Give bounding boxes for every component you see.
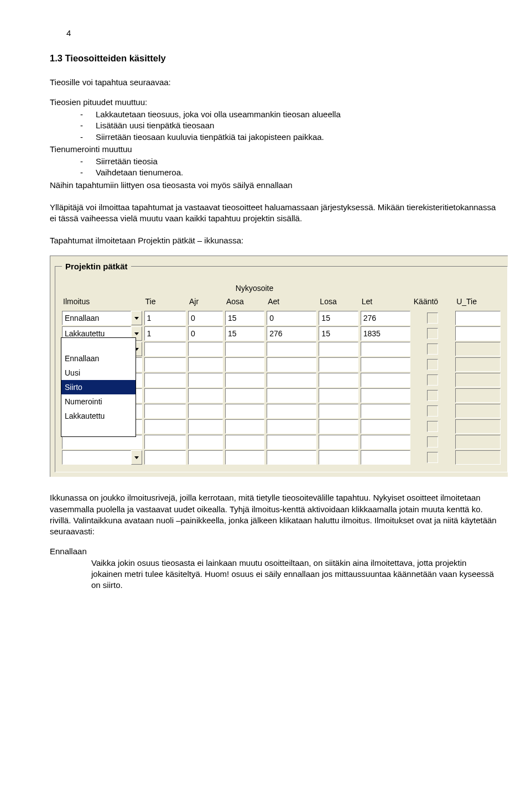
ilmoitus-input[interactable]: [62, 435, 142, 449]
let-input[interactable]: [361, 326, 410, 341]
aosa-input[interactable]: [225, 357, 264, 372]
kaanto-checkbox[interactable]: [427, 405, 438, 417]
aosa-input[interactable]: [225, 311, 264, 325]
utie-input[interactable]: [455, 404, 501, 418]
kaanto-checkbox[interactable]: [427, 359, 438, 370]
ajr-input[interactable]: [188, 435, 223, 449]
group1-title: Tieosien pituudet muuttuu:: [50, 97, 498, 108]
losa-input[interactable]: [319, 435, 358, 449]
dropdown-option[interactable]: Numerointi: [61, 394, 136, 409]
losa-input[interactable]: [319, 342, 358, 356]
utie-input[interactable]: [455, 435, 501, 449]
aet-input[interactable]: [267, 388, 316, 403]
losa-input[interactable]: [319, 311, 358, 325]
aet-input[interactable]: [267, 373, 316, 387]
let-input[interactable]: [361, 450, 410, 465]
ajr-input[interactable]: [188, 388, 223, 403]
tie-input[interactable]: [144, 435, 186, 449]
losa-input[interactable]: [319, 326, 358, 341]
kaanto-checkbox[interactable]: [427, 328, 438, 339]
tie-input[interactable]: [144, 357, 186, 372]
let-input[interactable]: [361, 388, 410, 403]
tie-input[interactable]: [144, 404, 186, 418]
let-input[interactable]: [361, 419, 410, 434]
let-input[interactable]: [361, 435, 410, 449]
tie-input[interactable]: [144, 419, 186, 434]
dropdown-option[interactable]: [61, 423, 136, 436]
aosa-input[interactable]: [225, 326, 264, 341]
ajr-input[interactable]: [188, 357, 223, 372]
section-heading: 1.3 Tieosoitteiden käsittely: [50, 52, 498, 64]
dropdown-option[interactable]: Siirto: [61, 380, 136, 394]
tie-input[interactable]: [144, 326, 186, 341]
chevron-down-icon: [134, 456, 139, 459]
kaanto-checkbox[interactable]: [427, 374, 438, 386]
dropdown-option[interactable]: Uusi: [61, 366, 136, 380]
ajr-input[interactable]: [188, 404, 223, 418]
let-input[interactable]: [361, 373, 410, 387]
losa-input[interactable]: [319, 404, 358, 418]
utie-input[interactable]: [455, 373, 501, 387]
ajr-input[interactable]: [188, 373, 223, 387]
kaanto-checkbox[interactable]: [427, 452, 438, 463]
tie-input[interactable]: [144, 388, 186, 403]
ilmoitus-dropdown[interactable]: EnnallaanUusiSiirtoNumerointiLakkautettu: [61, 337, 136, 437]
aosa-input[interactable]: [225, 419, 264, 434]
aet-input[interactable]: [267, 311, 316, 325]
aet-input[interactable]: [267, 342, 316, 356]
losa-input[interactable]: [319, 450, 358, 465]
utie-input[interactable]: [455, 311, 501, 325]
tie-input[interactable]: [144, 342, 186, 356]
losa-input[interactable]: [319, 419, 358, 434]
aosa-input[interactable]: [225, 373, 264, 387]
utie-input[interactable]: [455, 419, 501, 434]
aet-input[interactable]: [267, 450, 316, 465]
kaanto-checkbox[interactable]: [427, 390, 438, 401]
aosa-input[interactable]: [225, 388, 264, 403]
aet-input[interactable]: [267, 404, 316, 418]
ajr-input[interactable]: [188, 311, 223, 325]
let-input[interactable]: [361, 342, 410, 356]
dropdown-option[interactable]: Lakkautettu: [61, 409, 136, 423]
aosa-input[interactable]: [225, 435, 264, 449]
aet-input[interactable]: [267, 326, 316, 341]
losa-input[interactable]: [319, 388, 358, 403]
dropdown-option[interactable]: Ennallaan: [61, 351, 136, 366]
ajr-input[interactable]: [188, 326, 223, 341]
ilmoitus-input[interactable]: [62, 450, 131, 465]
dropdown-option[interactable]: [61, 338, 136, 351]
col-aosa: Aosa: [224, 296, 266, 310]
let-input[interactable]: [361, 311, 410, 325]
ajr-input[interactable]: [188, 419, 223, 434]
aosa-input[interactable]: [225, 450, 264, 465]
kaanto-checkbox[interactable]: [427, 436, 438, 447]
aosa-input[interactable]: [225, 342, 264, 356]
utie-input[interactable]: [455, 342, 501, 356]
aet-input[interactable]: [267, 435, 316, 449]
tie-input[interactable]: [144, 373, 186, 387]
tie-input[interactable]: [144, 311, 186, 325]
aet-input[interactable]: [267, 357, 316, 372]
dropdown-toggle-icon[interactable]: [131, 311, 142, 325]
kaanto-checkbox[interactable]: [427, 343, 438, 355]
utie-input[interactable]: [455, 326, 501, 341]
ajr-input[interactable]: [188, 342, 223, 356]
col-tie: Tie: [143, 296, 187, 310]
chevron-down-icon: [134, 317, 139, 320]
aet-input[interactable]: [267, 419, 316, 434]
aosa-input[interactable]: [225, 404, 264, 418]
utie-input[interactable]: [455, 357, 501, 372]
utie-input[interactable]: [455, 388, 501, 403]
list-item: Vaihdetaan tienumeroa.: [80, 167, 498, 178]
kaanto-checkbox[interactable]: [427, 313, 438, 324]
losa-input[interactable]: [319, 373, 358, 387]
let-input[interactable]: [361, 357, 410, 372]
ajr-input[interactable]: [188, 450, 223, 465]
losa-input[interactable]: [319, 357, 358, 372]
dropdown-toggle-icon[interactable]: [131, 450, 142, 465]
ilmoitus-input[interactable]: [62, 311, 131, 325]
let-input[interactable]: [361, 404, 410, 418]
kaanto-checkbox[interactable]: [427, 421, 438, 432]
utie-input[interactable]: [455, 450, 501, 465]
tie-input[interactable]: [144, 450, 186, 465]
